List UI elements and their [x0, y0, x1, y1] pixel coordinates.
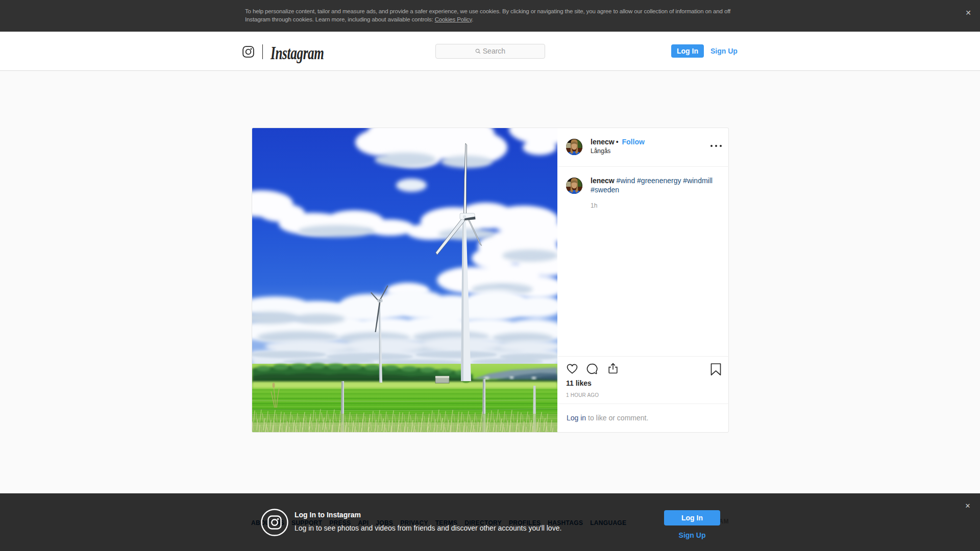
svg-text:Instagram: Instagram [270, 43, 324, 63]
